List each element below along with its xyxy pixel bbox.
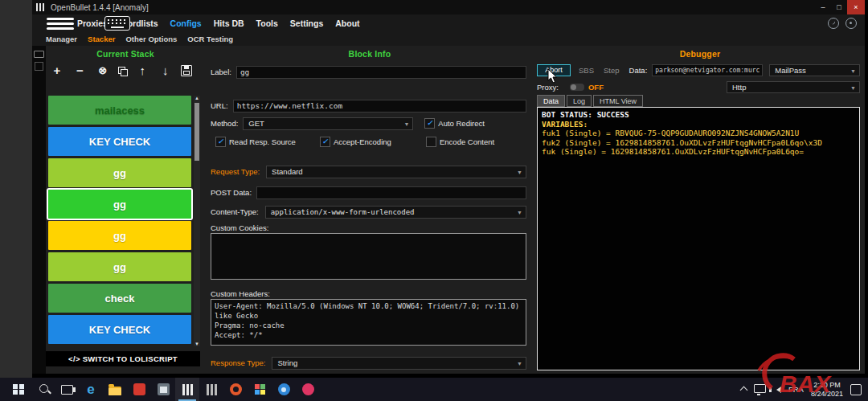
proxy-toggle[interactable] (570, 84, 584, 91)
notification-center-icon[interactable] (850, 384, 862, 395)
taskbar-openbullet-2[interactable] (199, 378, 223, 401)
tab-ocr-testing[interactable]: OCR Testing (187, 35, 233, 43)
request-type-select[interactable]: Standard ▼ (266, 166, 526, 178)
tab-log[interactable]: Log (567, 95, 592, 107)
sync-icon[interactable] (828, 18, 839, 29)
menu-about[interactable]: About (335, 18, 359, 28)
volume-icon[interactable] (776, 387, 781, 393)
url-row: URL: (211, 99, 526, 113)
maximize-button[interactable]: □ (831, 0, 847, 14)
save-config-icon[interactable] (181, 65, 192, 76)
store-icon (158, 383, 170, 395)
stack-scrollbar[interactable]: ▲ ▼ (194, 96, 200, 346)
stack-block[interactable]: mailacess (48, 96, 191, 125)
scroll-down-icon[interactable]: ▼ (194, 342, 200, 346)
move-down-icon[interactable]: ↓ (158, 63, 173, 78)
proxy-type-select[interactable]: Http ▼ (727, 81, 860, 93)
start-button[interactable] (6, 378, 31, 401)
label-field-label: Label: (211, 68, 231, 76)
accept-encoding-checkbox[interactable]: ✓ Accept-Encoding (320, 137, 391, 147)
method-select[interactable]: GET ▼ (243, 117, 413, 130)
taskbar-app-blue[interactable] (272, 378, 296, 401)
remove-block-icon[interactable]: − (72, 63, 87, 78)
custom-headers-textarea[interactable]: User-Agent: Mozilla/5.0 (Windows NT 10.0… (211, 299, 526, 346)
minimize-button[interactable]: – (815, 0, 831, 14)
taskbar-app-red[interactable] (127, 378, 151, 401)
move-up-icon[interactable]: ↑ (135, 63, 149, 78)
menu-tools[interactable]: Tools (256, 18, 278, 28)
titlebar: OpenBullet 1.4.4 [Anomaly] – □ × (32, 0, 865, 14)
keyboard-icon[interactable] (104, 16, 130, 31)
auto-redirect-label: Auto Redirect (438, 119, 485, 128)
url-input[interactable] (233, 100, 526, 113)
blue-app-icon (278, 383, 290, 395)
switch-loliscript-button[interactable]: </> SWITCH TO LOLISCRIPT (46, 351, 200, 366)
taskbar-file-explorer[interactable] (103, 378, 127, 401)
delete-block-icon[interactable]: ⊗ (96, 63, 110, 78)
taskbar-app-store[interactable] (151, 378, 175, 401)
checkbox-box[interactable] (426, 137, 436, 147)
stack-block[interactable]: check (48, 284, 191, 313)
tab-other-options[interactable]: Other Options (125, 35, 177, 43)
tab-manager[interactable]: Manager (46, 35, 77, 43)
chevron-down-icon: ▼ (850, 85, 856, 91)
keyboard-small-icon[interactable] (34, 51, 44, 58)
check-icon: ✓ (427, 120, 433, 127)
tab-stacker[interactable]: Stacker (88, 35, 115, 43)
status-icon[interactable] (845, 18, 857, 29)
options-row: ✓ Read Resp. Source ✓ Accept-Encoding En… (211, 134, 526, 148)
encode-content-checkbox[interactable]: Encode Content (426, 137, 494, 147)
checkbox-box[interactable]: ✓ (215, 137, 226, 147)
post-data-input[interactable] (256, 186, 526, 199)
checkbox-box[interactable]: ✓ (424, 118, 435, 129)
custom-cookies-textarea[interactable] (211, 233, 526, 280)
stack-block[interactable]: KEY CHECK (48, 315, 191, 344)
content-type-select[interactable]: application/x-www-form-urlencoded ▼ (265, 206, 526, 219)
checkbox-box[interactable]: ✓ (320, 137, 330, 147)
tab-data[interactable]: Data (537, 95, 565, 107)
menu-configs[interactable]: Configs (170, 18, 202, 28)
step-button[interactable]: Step (604, 66, 620, 75)
clone-block-icon[interactable] (118, 67, 127, 76)
close-button[interactable]: × (847, 0, 865, 14)
wordlist-type-select[interactable]: MailPass ▼ (769, 64, 860, 76)
taskbar-openbullet[interactable] (175, 378, 199, 401)
taskbar-app-grid[interactable] (248, 378, 272, 401)
content-type-value: application/x-www-form-urlencoded (271, 208, 415, 216)
proxy-state[interactable]: OFF (588, 83, 604, 92)
config-submenu: Manager Stacker Other Options OCR Testin… (32, 31, 865, 47)
clock[interactable]: 2:20 PM 8/24/2021 (811, 381, 843, 398)
label-input[interactable] (236, 66, 526, 79)
stack-block-selected[interactable]: gg (48, 190, 191, 219)
language-indicator[interactable]: FRA (788, 385, 804, 394)
stack-block[interactable]: gg (48, 252, 191, 281)
hamburger-menu-icon[interactable] (47, 15, 76, 31)
stack-block[interactable]: KEY CHECK (48, 127, 191, 156)
auto-redirect-checkbox[interactable]: ✓ Auto Redirect (424, 118, 485, 129)
monitor-tray-icon[interactable] (754, 384, 766, 393)
task-view-button[interactable] (55, 378, 79, 401)
scrollbar-thumb[interactable] (194, 103, 199, 161)
response-type-select[interactable]: String ▼ (272, 357, 526, 370)
tab-html-view[interactable]: HTML View (593, 95, 643, 107)
current-stack-title: Current Stack (46, 49, 205, 59)
stack-block[interactable]: gg (48, 158, 191, 187)
strip-app-icon[interactable] (35, 62, 43, 71)
stack-block[interactable]: gg (48, 221, 191, 250)
data-input[interactable] (652, 64, 763, 76)
menu-proxies[interactable]: Proxies (77, 18, 108, 28)
block-info-title: Block Info (211, 49, 529, 59)
taskbar-app-orange[interactable] (223, 378, 248, 401)
debugger-panel: Debugger Abort SBS Step Data: MailPass ▼… (537, 46, 863, 374)
taskbar-app-pink[interactable] (296, 378, 320, 401)
menu-settings[interactable]: Settings (290, 18, 323, 28)
taskbar-edge[interactable]: e (79, 378, 103, 401)
menu-hitsdb[interactable]: Hits DB (214, 18, 244, 28)
scroll-up-icon[interactable]: ▲ (194, 96, 200, 100)
post-data-row: POST Data: (211, 186, 526, 199)
sbs-button[interactable]: SBS (579, 66, 594, 75)
add-block-icon[interactable]: + (50, 63, 64, 78)
hidden-icons-caret[interactable] (740, 387, 748, 395)
read-resp-checkbox[interactable]: ✓ Read Resp. Source (215, 137, 296, 147)
taskbar-search-button[interactable] (31, 378, 55, 401)
